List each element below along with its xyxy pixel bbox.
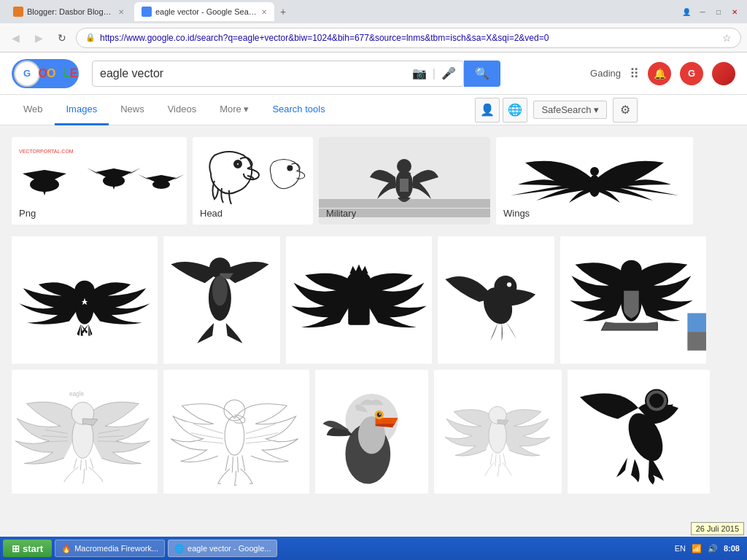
app-bar-right: Gading ⠿ 🔔 G — [590, 62, 735, 85]
apps-grid-icon[interactable]: ⠿ — [630, 66, 639, 82]
search-query: eagle vector — [100, 67, 406, 80]
safesearch-label: SafeSearch ▾ — [541, 104, 599, 115]
eagle-image-1-svg — [12, 236, 158, 364]
blogger-tab-close[interactable]: ✕ — [118, 8, 124, 16]
new-tab-button[interactable]: + — [280, 6, 286, 18]
nav-news[interactable]: News — [109, 95, 156, 125]
image-row-2: eagle — [12, 370, 735, 494]
eagle-image-4-svg — [438, 236, 554, 364]
window-controls: 👤 ─ □ ✕ — [680, 5, 741, 18]
svg-point-68 — [379, 413, 381, 415]
eagle-image-5-svg — [560, 236, 706, 364]
svg-point-79 — [649, 394, 664, 408]
url-text: https://www.google.co.id/search?q=eagle+… — [100, 33, 718, 43]
svg-rect-38 — [348, 295, 369, 325]
image-row-1 — [12, 236, 735, 364]
search-icon: 🔍 — [475, 66, 489, 80]
safesearch-button[interactable]: SafeSearch ▾ — [533, 101, 607, 119]
globe-icon-button[interactable]: 🌐 — [503, 98, 527, 122]
lock-icon: 🔒 — [85, 33, 96, 42]
image-9[interactable] — [434, 370, 562, 494]
svg-text:VECTORPORTAL.COM: VECTORPORTAL.COM — [19, 149, 74, 154]
settings-icon-button[interactable]: ⚙ — [613, 98, 638, 122]
url-bar[interactable]: 🔒 https://www.google.co.id/search?q=eagl… — [76, 28, 741, 48]
nav-images[interactable]: Images — [55, 95, 109, 125]
google-logo[interactable]: G O O G L E — [12, 59, 79, 88]
image-5[interactable] — [560, 236, 706, 364]
svg-marker-11 — [146, 175, 177, 184]
account-icon-button[interactable]: 👤 — [475, 98, 500, 122]
search-box[interactable]: eagle vector 📷 | 🎤 — [92, 61, 464, 87]
svg-marker-12 — [138, 174, 149, 180]
main-content: VECTORPORTAL.COM Png — [0, 125, 747, 511]
category-head[interactable]: Head — [193, 137, 313, 225]
eagle-image-2-svg — [163, 236, 280, 364]
blogger-tab-icon — [13, 7, 23, 17]
svg-text:eagle: eagle — [69, 391, 84, 397]
nav-web[interactable]: Web — [12, 95, 55, 125]
window-close-button[interactable]: ✕ — [728, 5, 741, 18]
svg-point-67 — [377, 413, 382, 417]
svg-point-36 — [212, 276, 228, 306]
search-button[interactable]: 🔍 — [464, 61, 500, 87]
svg-point-16 — [236, 163, 239, 166]
svg-point-17 — [287, 166, 293, 171]
svg-point-26 — [590, 167, 599, 176]
tab-blogger[interactable]: Blogger: Dasbor Blogger ✕ — [6, 2, 131, 21]
window-minimize-button[interactable]: ─ — [696, 5, 709, 18]
category-military[interactable]: Military — [319, 137, 490, 225]
image-2[interactable] — [163, 236, 280, 364]
image-1[interactable] — [12, 236, 158, 364]
eagle-image-10-svg — [568, 370, 710, 494]
eagle-image-9-svg — [434, 370, 562, 494]
svg-rect-21 — [400, 179, 409, 192]
eagle-image-7-svg — [163, 370, 309, 494]
user-avatar[interactable]: G — [680, 62, 703, 85]
svg-marker-7 — [87, 168, 99, 175]
search-container: eagle vector 📷 | 🎤 🔍 — [92, 61, 500, 87]
image-3[interactable] — [286, 236, 432, 364]
image-6[interactable]: eagle — [12, 370, 158, 494]
nav-search-tools[interactable]: Search tools — [260, 95, 336, 125]
search-icons: 📷 | 🎤 — [412, 66, 456, 80]
nav-videos[interactable]: Videos — [156, 95, 209, 125]
eagle-image-6-svg: eagle — [12, 370, 158, 494]
nav-more[interactable]: More ▾ — [208, 95, 260, 125]
head-label: Head — [200, 208, 222, 219]
google-tab-label: eagle vector - Google Search... — [155, 7, 258, 16]
svg-point-25 — [589, 175, 600, 197]
wings-label: Wings — [503, 208, 530, 219]
tab-google[interactable]: eagle vector - Google Search... ✕ — [134, 2, 274, 21]
military-label: Military — [326, 208, 356, 219]
svg-rect-50 — [687, 313, 706, 332]
window-maximize-button[interactable]: □ — [712, 5, 725, 18]
divider: | — [433, 67, 436, 80]
microphone-icon[interactable]: 🎤 — [441, 66, 456, 80]
svg-marker-13 — [174, 174, 185, 180]
address-bar: ◀ ▶ ↻ 🔒 https://www.google.co.id/search?… — [0, 23, 747, 52]
user-name: Gading — [590, 68, 621, 79]
profile-picture[interactable] — [712, 62, 735, 85]
category-wings[interactable]: Wings — [496, 137, 693, 225]
eagle-image-8-svg — [315, 370, 428, 494]
forward-button[interactable]: ▶ — [29, 28, 48, 47]
image-10[interactable] — [568, 370, 710, 494]
image-7[interactable] — [163, 370, 309, 494]
reload-button[interactable]: ↻ — [53, 28, 71, 47]
back-button[interactable]: ◀ — [6, 28, 25, 47]
image-8[interactable] — [315, 370, 428, 494]
svg-marker-1 — [23, 170, 66, 184]
category-png[interactable]: VECTORPORTAL.COM Png — [12, 137, 187, 225]
browser-title-bar: Blogger: Dasbor Blogger ✕ eagle vector -… — [0, 0, 747, 23]
image-4[interactable] — [438, 236, 554, 364]
google-tab-close[interactable]: ✕ — [261, 8, 267, 16]
camera-icon[interactable]: 📷 — [412, 66, 427, 80]
svg-point-45 — [507, 282, 511, 287]
window-user-icon[interactable]: 👤 — [680, 5, 693, 18]
png-category-image: VECTORPORTAL.COM — [12, 144, 187, 217]
svg-rect-23 — [319, 199, 490, 208]
notification-icon[interactable]: 🔔 — [648, 62, 671, 85]
google-app-bar: G O O G L E eagle vector 📷 | 🎤 🔍 Gading … — [0, 52, 747, 95]
blogger-tab-label: Blogger: Dasbor Blogger — [27, 7, 115, 16]
bookmark-icon[interactable]: ☆ — [722, 32, 732, 44]
